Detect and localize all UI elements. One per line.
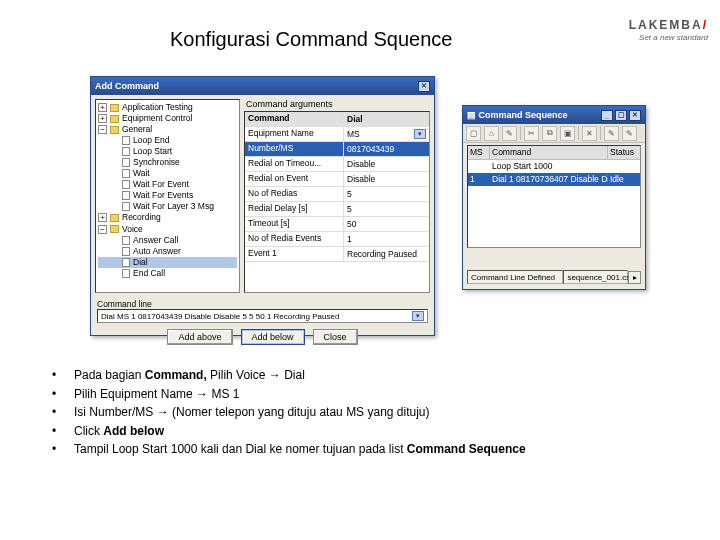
tree-item[interactable]: Wait For Layer 3 Msg (98, 201, 237, 212)
tree-item[interactable]: Auto Answer (98, 246, 237, 257)
tree-expander-icon[interactable]: + (98, 213, 107, 222)
arguments-grid[interactable]: CommandDialEquipment NameMS▾Number/MS081… (244, 111, 430, 293)
tree-item-label: Wait (133, 168, 150, 179)
dialog-buttons: Add above Add below Close (91, 325, 434, 350)
titlebar[interactable]: ▤ Command Sequence _ ▢ ✕ (463, 106, 645, 124)
command-tree[interactable]: +Application Testing+Equipment Control−G… (95, 99, 240, 293)
commandline-field[interactable]: Dial MS 1 0817043439 Disable Disable 5 5… (97, 309, 428, 323)
tree-item[interactable]: Wait (98, 168, 237, 179)
copy-icon[interactable]: ⧉ (542, 126, 557, 141)
tree-item[interactable]: Wait For Events (98, 190, 237, 201)
edit-icon[interactable]: ✎ (604, 126, 619, 141)
play-icon[interactable]: ▸ (628, 271, 641, 284)
tree-item[interactable]: Synchronise (98, 157, 237, 168)
tree-item[interactable]: Loop Start (98, 146, 237, 157)
argument-value[interactable]: 5 (344, 202, 429, 216)
titlebar[interactable]: Add Command ✕ (91, 77, 434, 95)
tree-expander-icon[interactable]: + (98, 103, 107, 112)
argument-row[interactable]: Event 1Recording Paused (245, 247, 429, 262)
maximize-icon[interactable]: ▢ (615, 110, 627, 121)
sequence-row[interactable]: Loop Start 1000 (468, 160, 640, 173)
arrow-icon: → (269, 366, 281, 385)
tree-item-label: Wait For Layer 3 Msg (133, 201, 214, 212)
save-icon[interactable]: ✎ (502, 126, 517, 141)
tree-item-label: Application Testing (122, 102, 193, 113)
cell: 1 (468, 173, 490, 186)
column-header[interactable]: Status (608, 146, 640, 159)
argument-key: Event 1 (245, 247, 344, 261)
close-icon[interactable]: ✕ (629, 110, 641, 121)
argument-row[interactable]: Timeout [s]50 (245, 217, 429, 232)
tree-folder[interactable]: −General (98, 124, 237, 135)
argument-value[interactable]: Disable (344, 172, 429, 186)
argument-row[interactable]: Redial on EventDisable (245, 172, 429, 187)
chevron-down-icon[interactable]: ▾ (412, 311, 424, 321)
argument-row[interactable]: Equipment NameMS▾ (245, 127, 429, 142)
argument-value[interactable]: 1 (344, 232, 429, 246)
argument-value[interactable]: 5 (344, 187, 429, 201)
tree-item-label: General (122, 124, 152, 135)
tree-item-label: Equipment Control (122, 113, 192, 124)
arrow-icon: → (196, 385, 208, 404)
edit2-icon[interactable]: ✎ (622, 126, 637, 141)
cut-icon[interactable]: ✂ (524, 126, 539, 141)
delete-icon[interactable]: ✕ (582, 126, 597, 141)
argument-value[interactable]: Disable (344, 157, 429, 171)
argument-row[interactable]: Redial on Timeou...Disable (245, 157, 429, 172)
argument-key: No of Redias (245, 187, 344, 201)
tree-folder[interactable]: −Voice (98, 224, 237, 235)
instruction-item: Click Add below (52, 422, 690, 441)
tree-item[interactable]: End Call (98, 268, 237, 279)
folder-icon (110, 214, 119, 222)
commandline-value: Dial MS 1 0817043439 Disable Disable 5 5… (101, 312, 339, 321)
argument-value[interactable]: Dial (344, 112, 429, 126)
tree-expander-icon[interactable]: + (98, 114, 107, 123)
chevron-down-icon[interactable]: ▾ (414, 129, 426, 139)
column-header[interactable]: Command (490, 146, 608, 159)
toolbar: ▢ ⌂ ✎ ✂ ⧉ ▣ ✕ ✎ ✎ (463, 124, 645, 143)
tree-folder[interactable]: +Application Testing (98, 102, 237, 113)
argument-row[interactable]: CommandDial (245, 112, 429, 127)
brand-logo-accent: / (703, 18, 708, 32)
tree-folder[interactable]: +Equipment Control (98, 113, 237, 124)
argument-row[interactable]: Number/MS0817043439 (245, 142, 429, 157)
tree-item[interactable]: Wait For Event (98, 179, 237, 190)
command-sequence-window: ▤ Command Sequence _ ▢ ✕ ▢ ⌂ ✎ ✂ ⧉ ▣ ✕ ✎… (462, 105, 646, 290)
argument-key: Redial on Event (245, 172, 344, 186)
page-icon (122, 169, 130, 178)
paste-icon[interactable]: ▣ (560, 126, 575, 141)
add-below-button[interactable]: Add below (241, 329, 305, 345)
argument-value[interactable]: MS▾ (344, 127, 429, 141)
cell (608, 160, 640, 173)
close-button[interactable]: Close (313, 329, 358, 345)
argument-row[interactable]: No of Redia Events1 (245, 232, 429, 247)
sequence-row[interactable]: 1Dial 1 08170736407 Disable Disable 5 5 … (468, 173, 640, 186)
command-arguments-pane: Command arguments CommandDialEquipment N… (244, 99, 430, 293)
page-icon (122, 258, 130, 267)
open-icon[interactable]: ⌂ (484, 126, 499, 141)
tree-expander-icon[interactable]: − (98, 225, 107, 234)
argument-value[interactable]: 0817043439 (344, 142, 429, 156)
page-title: Konfigurasi Command Squence (170, 28, 452, 51)
cell: Loop Start 1000 (490, 160, 608, 173)
tree-item[interactable]: Loop End (98, 135, 237, 146)
tree-expander-icon[interactable]: − (98, 125, 107, 134)
argument-value[interactable]: 50 (344, 217, 429, 231)
argument-key: No of Redia Events (245, 232, 344, 246)
tree-folder[interactable]: +Recording (98, 212, 237, 223)
commandline-section: Command line Dial MS 1 0817043439 Disabl… (91, 297, 434, 325)
argument-row[interactable]: Redial Delay [s]5 (245, 202, 429, 217)
add-above-button[interactable]: Add above (167, 329, 232, 345)
minimize-icon[interactable]: _ (601, 110, 613, 121)
argument-value[interactable]: Recording Paused (344, 247, 429, 261)
sequence-list[interactable]: MSCommandStatusLoop Start 10001Dial 1 08… (467, 145, 641, 248)
tree-item[interactable]: Dial (98, 257, 237, 268)
column-header[interactable]: MS (468, 146, 490, 159)
argument-row[interactable]: No of Redias5 (245, 187, 429, 202)
status-right: sequence_001.csq (563, 270, 628, 284)
close-icon[interactable]: ✕ (418, 81, 430, 92)
tree-item[interactable]: Answer Call (98, 235, 237, 246)
brand-name: LAKEMBA (629, 18, 703, 32)
instruction-item: Tampil Loop Start 1000 kali dan Dial ke … (52, 440, 690, 459)
new-icon[interactable]: ▢ (466, 126, 481, 141)
